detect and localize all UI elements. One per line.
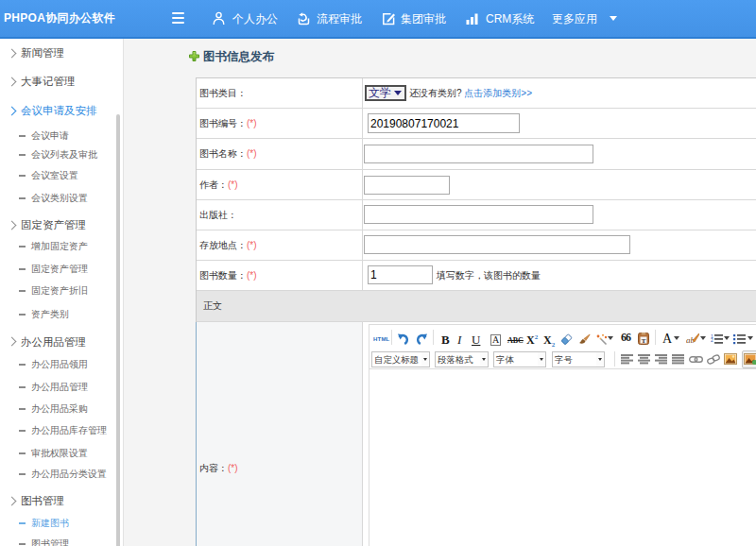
svg-text:2: 2 bbox=[711, 337, 713, 343]
svg-text:T: T bbox=[642, 336, 646, 344]
